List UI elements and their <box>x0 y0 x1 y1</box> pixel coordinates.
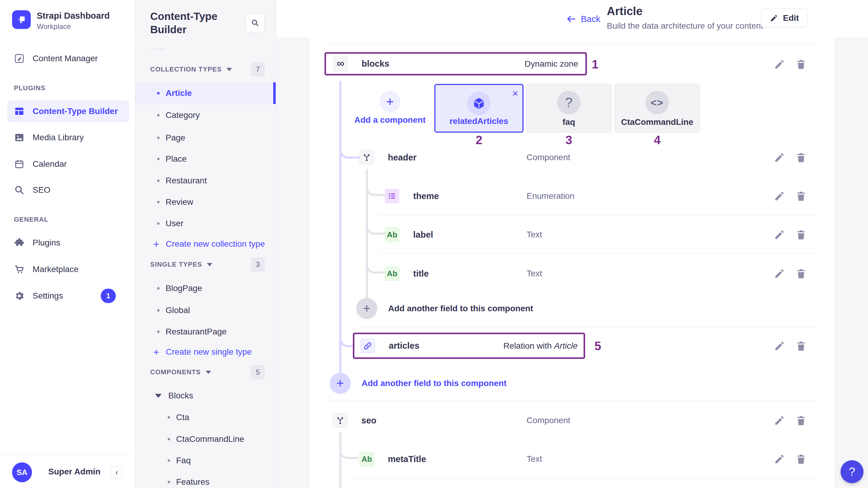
sidebar-item-settings[interactable]: Settings 1 <box>7 285 129 307</box>
sidebar-item-plugins[interactable]: Plugins <box>7 232 129 254</box>
item-label: Restaurant <box>165 176 207 185</box>
component-ctacommandline[interactable]: CtaCommandLine <box>135 428 276 450</box>
back-link[interactable]: Back <box>565 13 600 25</box>
components-header[interactable]: COMPONENTS 5 <box>150 365 265 380</box>
image-icon <box>14 132 25 143</box>
dynamic-zone-icon: ∞ <box>333 57 348 71</box>
relation-icon <box>361 339 375 353</box>
delete-field-button[interactable] <box>795 190 807 202</box>
component-card-label: faq <box>526 117 611 127</box>
edit-field-button[interactable] <box>774 453 785 465</box>
field-type: Text <box>527 454 542 464</box>
sidebar-item-label: Marketplace <box>33 265 79 274</box>
create-single-type-link[interactable]: + Create new single type <box>135 342 276 362</box>
help-button[interactable]: ? <box>841 460 864 483</box>
edit-field-button[interactable] <box>774 340 785 352</box>
add-field-label: Add another field to this component <box>388 304 533 313</box>
cart-icon <box>14 264 25 275</box>
edit-field-button[interactable] <box>774 59 785 70</box>
component-cta[interactable]: Cta <box>135 406 276 428</box>
item-label: Place <box>165 154 187 164</box>
dz-component-ctacommandline[interactable]: <> CtaCommandLine <box>614 84 700 133</box>
single-type-blogpage[interactable]: BlogPage <box>135 277 276 299</box>
trash-icon <box>795 59 807 70</box>
create-collection-type-link[interactable]: + Create new collection type <box>135 234 276 254</box>
field-name: blocks <box>362 59 390 69</box>
search-icon <box>251 19 259 27</box>
tree-elbow <box>366 183 385 196</box>
sidebar-item-seo[interactable]: SEO <box>7 179 129 201</box>
add-field-to-header-component[interactable]: + Add another field to this component <box>356 298 533 319</box>
component-features[interactable]: Features <box>135 471 276 488</box>
chevron-down-icon <box>226 68 232 71</box>
delete-field-button[interactable] <box>795 340 807 352</box>
tree-elbow <box>339 145 360 159</box>
collection-type-place[interactable]: Place <box>135 148 276 170</box>
bullet-icon <box>157 92 159 94</box>
field-type: Text <box>527 269 542 278</box>
sidebar-item-label: SEO <box>33 185 50 195</box>
code-icon: <> <box>645 91 669 114</box>
edit-field-button[interactable] <box>774 268 785 279</box>
field-name: title <box>413 269 429 279</box>
add-component-button[interactable]: + <box>379 91 401 112</box>
divider <box>359 327 818 328</box>
collection-type-page[interactable]: Page <box>135 127 276 149</box>
field-row-articles-highlight[interactable]: articles Relation with Article <box>353 333 585 359</box>
text-field-icon: Ab <box>360 452 374 466</box>
dz-component-relatedarticles[interactable]: × relatedArticles <box>434 84 524 133</box>
count-badge: 5 <box>251 365 265 379</box>
field-row-blocks-highlight[interactable]: ∞ blocks Dynamic zone <box>324 52 587 75</box>
field-type: Enumeration <box>527 191 575 201</box>
add-component-label[interactable]: Add a component <box>354 115 426 125</box>
edit-field-button[interactable] <box>774 229 785 240</box>
text-field-icon: Ab <box>385 227 399 242</box>
component-icon <box>333 413 347 428</box>
single-type-global[interactable]: Global <box>135 300 276 321</box>
delete-field-button[interactable] <box>795 229 807 240</box>
brand-header: Strapi Dashboard Workplace <box>0 0 135 40</box>
component-faq[interactable]: Faq <box>135 450 276 471</box>
delete-field-button[interactable] <box>795 453 807 465</box>
close-icon[interactable]: × <box>512 88 518 98</box>
item-label: Page <box>165 133 185 143</box>
delete-field-button[interactable] <box>795 152 807 163</box>
add-field-to-dz-component[interactable]: + Add another field to this component <box>330 373 507 394</box>
page-subtitle: Build the data architecture of your cont… <box>607 21 763 31</box>
single-types-header[interactable]: SINGLE TYPES 3 <box>150 257 265 272</box>
sidebar-item-media-library[interactable]: Media Library <box>7 127 129 148</box>
item-label: Article <box>165 88 192 98</box>
collection-type-review[interactable]: Review <box>135 191 276 213</box>
item-label: Category <box>165 111 200 120</box>
component-group-blocks[interactable]: Blocks <box>135 386 276 405</box>
collapse-sidebar-button[interactable]: ‹ <box>111 466 123 478</box>
delete-field-button[interactable] <box>795 268 807 279</box>
group-label: Blocks <box>168 391 193 400</box>
single-type-restaurantpage[interactable]: RestaurantPage <box>135 321 276 343</box>
text-field-icon: Ab <box>385 266 399 281</box>
sidebar-item-content-manager[interactable]: Content Manager <box>7 48 129 69</box>
plus-icon: + <box>330 373 351 394</box>
search-content-types-button[interactable] <box>246 13 265 32</box>
item-label: Global <box>165 306 190 315</box>
edit-button[interactable]: Edit <box>761 8 807 27</box>
edit-label: Edit <box>783 13 799 23</box>
edit-field-button[interactable] <box>774 152 785 163</box>
delete-field-button[interactable] <box>795 415 807 426</box>
delete-field-button[interactable] <box>795 59 807 70</box>
tree-line-seo-component <box>339 432 341 488</box>
edit-field-button[interactable] <box>774 415 785 426</box>
dz-component-faq[interactable]: ? faq <box>526 84 612 133</box>
sidebar-item-marketplace[interactable]: Marketplace <box>7 258 129 280</box>
chevron-left-icon: ‹ <box>116 468 118 477</box>
edit-field-button[interactable] <box>774 190 785 202</box>
field-name: theme <box>413 191 439 201</box>
collection-type-user[interactable]: User <box>135 213 276 234</box>
collection-type-category[interactable]: Category <box>135 104 276 126</box>
sidebar-item-content-type-builder[interactable]: Content-Type Builder <box>7 100 129 122</box>
component-card-label: relatedArticles <box>435 116 522 126</box>
collection-type-article[interactable]: Article <box>135 82 276 104</box>
sidebar-item-calendar[interactable]: Calendar <box>7 153 129 175</box>
collection-types-header[interactable]: COLLECTION TYPES 7 <box>150 62 265 77</box>
collection-type-restaurant[interactable]: Restaurant <box>135 170 276 191</box>
